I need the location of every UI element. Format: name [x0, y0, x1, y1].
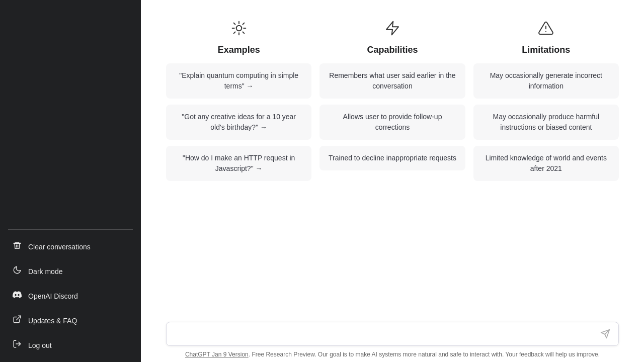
svg-point-5 — [236, 26, 242, 31]
discord-icon — [12, 290, 22, 302]
svg-line-13 — [243, 23, 244, 25]
example-card-1[interactable]: "Got any creative ideas for a 10 year ol… — [166, 105, 311, 140]
log-out-label: Log out — [28, 341, 52, 349]
sun-icon — [231, 20, 247, 40]
bolt-icon — [384, 20, 400, 40]
sidebar-item-updates-faq[interactable]: Updates & FAQ — [4, 309, 137, 332]
examples-title: Examples — [218, 45, 260, 55]
sidebar-bottom: Clear conversations Dark mode OpenAI Dis… — [0, 230, 141, 362]
capabilities-header: Capabilities — [367, 20, 418, 55]
example-card-2[interactable]: "How do I make an HTTP request in Javasc… — [166, 146, 311, 181]
sidebar: Clear conversations Dark mode OpenAI Dis… — [0, 0, 141, 362]
capability-card-0: Remembers what user said earlier in the … — [319, 63, 465, 99]
input-wrapper — [166, 322, 619, 346]
sidebar-item-log-out[interactable]: Log out — [4, 333, 137, 357]
openai-discord-label: OpenAI Discord — [28, 292, 78, 300]
limitations-header: Limitations — [522, 20, 570, 55]
footer-text: ChatGPT Jan 9 Version. Free Research Pre… — [166, 346, 619, 362]
trash-icon — [12, 241, 22, 252]
chat-input[interactable] — [167, 322, 618, 345]
limitation-card-1: May occasionally produce harmful instruc… — [473, 105, 619, 140]
svg-line-9 — [243, 32, 244, 34]
limitations-title: Limitations — [522, 45, 570, 55]
warning-icon — [538, 20, 554, 40]
main-content: Examples "Explain quantum computing in s… — [141, 0, 644, 362]
sidebar-top — [0, 0, 141, 229]
sidebar-item-dark-mode[interactable]: Dark mode — [4, 259, 137, 283]
svg-line-3 — [17, 316, 21, 320]
moon-icon — [12, 265, 22, 277]
examples-header: Examples — [218, 20, 260, 55]
limitations-column: Limitations May occasionally generate in… — [473, 20, 619, 181]
capability-card-1: Allows user to provide follow-up correct… — [319, 105, 465, 140]
logout-icon — [12, 339, 22, 351]
footer-link[interactable]: ChatGPT Jan 9 Version — [185, 351, 249, 358]
clear-conversations-label: Clear conversations — [28, 243, 91, 251]
sidebar-item-openai-discord[interactable]: OpenAI Discord — [4, 284, 137, 308]
limitation-card-2: Limited knowledge of world and events af… — [473, 146, 619, 181]
limitation-card-0: May occasionally generate incorrect info… — [473, 63, 619, 99]
send-button[interactable] — [598, 327, 612, 341]
content-area: Examples "Explain quantum computing in s… — [141, 0, 644, 316]
svg-line-12 — [233, 32, 235, 34]
sidebar-item-clear-conversations[interactable]: Clear conversations — [4, 235, 137, 258]
svg-marker-14 — [386, 22, 398, 35]
capabilities-column: Capabilities Remembers what user said ea… — [319, 20, 465, 181]
chat-input-area: ChatGPT Jan 9 Version. Free Research Pre… — [141, 316, 644, 362]
dark-mode-label: Dark mode — [28, 267, 62, 276]
capabilities-title: Capabilities — [367, 45, 418, 55]
updates-faq-label: Updates & FAQ — [28, 317, 77, 325]
examples-column: Examples "Explain quantum computing in s… — [166, 20, 311, 181]
columns-wrapper: Examples "Explain quantum computing in s… — [166, 20, 619, 181]
external-link-icon — [12, 315, 22, 326]
example-card-0[interactable]: "Explain quantum computing in simple ter… — [166, 63, 311, 99]
capability-card-2: Trained to decline inappropriate request… — [319, 146, 465, 170]
footer-description: . Free Research Preview. Our goal is to … — [249, 351, 600, 358]
svg-line-8 — [233, 23, 235, 25]
